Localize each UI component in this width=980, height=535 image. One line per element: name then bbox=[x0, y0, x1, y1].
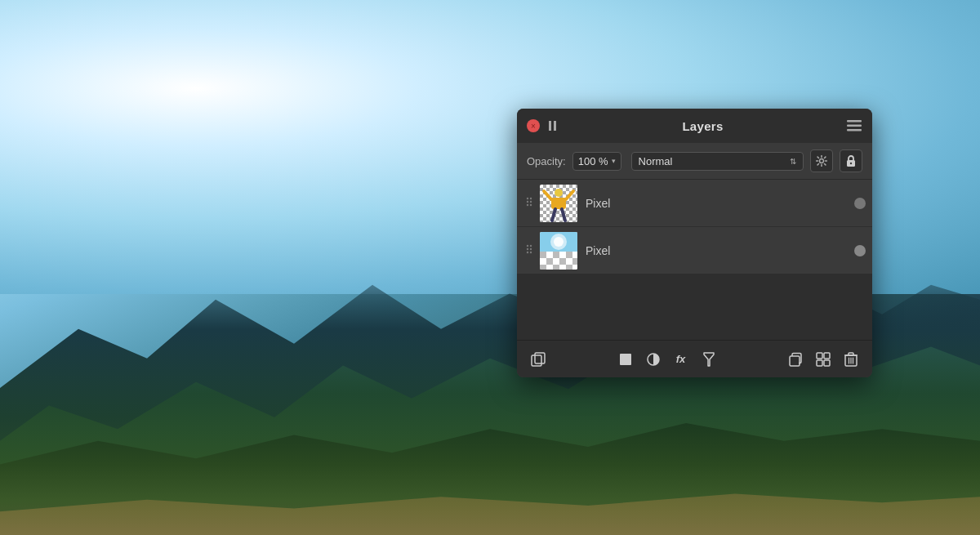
blend-mode-control[interactable]: Normal ⇅ bbox=[631, 152, 804, 171]
opacity-label: Opacity: bbox=[527, 155, 566, 167]
layer-name: Pixel bbox=[582, 244, 849, 257]
merge-icon bbox=[816, 352, 831, 367]
layer-thumbnail bbox=[540, 232, 577, 270]
svg-rect-44 bbox=[553, 265, 559, 270]
pause-button[interactable] bbox=[546, 119, 559, 132]
svg-rect-54 bbox=[817, 353, 822, 359]
svg-rect-33 bbox=[559, 252, 566, 258]
layer-row[interactable]: Pixel bbox=[517, 227, 872, 274]
mask-icon bbox=[619, 353, 632, 366]
layer-row[interactable]: Pixel bbox=[517, 180, 872, 227]
svg-point-25 bbox=[530, 252, 532, 253]
opacity-chevron-icon: ▾ bbox=[612, 157, 616, 165]
svg-rect-42 bbox=[540, 265, 546, 270]
svg-rect-36 bbox=[540, 258, 546, 265]
panel-toolbar: fx bbox=[517, 340, 872, 377]
layer-preview-person bbox=[540, 185, 577, 222]
svg-rect-48 bbox=[532, 355, 541, 366]
opacity-value: 100 % bbox=[578, 155, 608, 167]
lock-button[interactable] bbox=[840, 149, 862, 172]
trash-icon bbox=[844, 352, 858, 367]
svg-rect-40 bbox=[566, 258, 572, 265]
duplicate-layer-button[interactable] bbox=[525, 346, 551, 372]
svg-rect-32 bbox=[553, 252, 559, 258]
layer-preview-landscape bbox=[540, 232, 577, 270]
toolbar-group-effects: fx bbox=[612, 346, 722, 372]
merge-layers-button[interactable] bbox=[810, 346, 836, 372]
svg-rect-37 bbox=[546, 258, 553, 265]
svg-rect-56 bbox=[817, 360, 822, 366]
svg-rect-43 bbox=[546, 265, 553, 270]
layer-visibility-toggle[interactable] bbox=[854, 245, 866, 256]
svg-point-10 bbox=[527, 201, 528, 203]
add-mask-button[interactable] bbox=[612, 346, 639, 372]
filter-icon bbox=[702, 352, 715, 367]
svg-line-16 bbox=[544, 191, 551, 199]
svg-rect-55 bbox=[824, 353, 830, 359]
svg-rect-50 bbox=[620, 354, 631, 365]
svg-line-17 bbox=[566, 191, 573, 199]
panel-titlebar: × Layers bbox=[517, 109, 872, 143]
layer-thumbnail bbox=[540, 185, 577, 222]
svg-rect-1 bbox=[554, 121, 556, 131]
adjustment-icon bbox=[647, 353, 660, 366]
add-fx-button[interactable]: fx bbox=[668, 346, 694, 372]
drag-handle-icon bbox=[523, 243, 535, 257]
svg-rect-0 bbox=[549, 121, 551, 131]
svg-point-8 bbox=[527, 198, 528, 199]
drag-handle-icon bbox=[523, 196, 535, 210]
panel-title: Layers bbox=[566, 119, 840, 133]
svg-line-19 bbox=[562, 209, 565, 221]
svg-marker-52 bbox=[704, 353, 714, 366]
hamburger-icon bbox=[847, 120, 862, 132]
grip-icon bbox=[525, 196, 533, 207]
svg-rect-3 bbox=[847, 125, 862, 127]
layer-visibility-toggle[interactable] bbox=[854, 198, 866, 209]
svg-rect-4 bbox=[847, 129, 862, 132]
svg-point-9 bbox=[530, 198, 532, 199]
svg-point-7 bbox=[850, 163, 852, 164]
gear-icon bbox=[816, 155, 827, 167]
close-button[interactable]: × bbox=[527, 119, 540, 132]
svg-rect-46 bbox=[566, 265, 572, 270]
svg-rect-30 bbox=[540, 252, 546, 258]
layers-list: Pixel bbox=[517, 180, 872, 274]
svg-rect-39 bbox=[559, 258, 566, 265]
lock-icon bbox=[846, 155, 856, 167]
svg-rect-53 bbox=[790, 356, 800, 366]
svg-point-28 bbox=[554, 237, 564, 247]
add-adjustment-button[interactable] bbox=[640, 346, 666, 372]
svg-rect-15 bbox=[551, 198, 566, 209]
svg-point-22 bbox=[527, 248, 528, 250]
delete-layer-button[interactable] bbox=[838, 346, 864, 372]
blend-mode-chevron-icon: ⇅ bbox=[790, 157, 796, 166]
svg-rect-35 bbox=[572, 252, 577, 258]
toolbar-group-layers bbox=[782, 346, 864, 372]
gear-button[interactable] bbox=[810, 149, 833, 172]
svg-point-12 bbox=[527, 204, 528, 206]
svg-rect-49 bbox=[535, 353, 545, 363]
pause-icon bbox=[549, 121, 557, 131]
svg-point-23 bbox=[530, 248, 532, 250]
svg-rect-47 bbox=[572, 265, 577, 270]
svg-rect-60 bbox=[849, 353, 853, 355]
svg-rect-41 bbox=[572, 258, 577, 265]
layers-panel: × Layers Opacity: 100 % ▾ Normal ⇅ bbox=[517, 109, 872, 377]
svg-rect-57 bbox=[824, 360, 830, 366]
svg-point-20 bbox=[527, 245, 528, 247]
duplicate-icon bbox=[531, 352, 546, 367]
layers-empty-area bbox=[517, 274, 872, 340]
copy-layer-button[interactable] bbox=[782, 346, 808, 372]
add-filter-button[interactable] bbox=[696, 346, 722, 372]
svg-rect-45 bbox=[559, 265, 566, 270]
copy-icon bbox=[788, 352, 803, 367]
blend-mode-value: Normal bbox=[639, 155, 790, 167]
opacity-control[interactable]: 100 % ▾ bbox=[572, 152, 621, 171]
layer-name: Pixel bbox=[582, 197, 849, 210]
svg-rect-38 bbox=[553, 258, 559, 265]
menu-button[interactable] bbox=[846, 119, 862, 132]
svg-point-24 bbox=[527, 252, 528, 253]
grip-icon bbox=[525, 243, 533, 255]
fx-label: fx bbox=[676, 353, 686, 365]
svg-point-11 bbox=[530, 201, 532, 203]
